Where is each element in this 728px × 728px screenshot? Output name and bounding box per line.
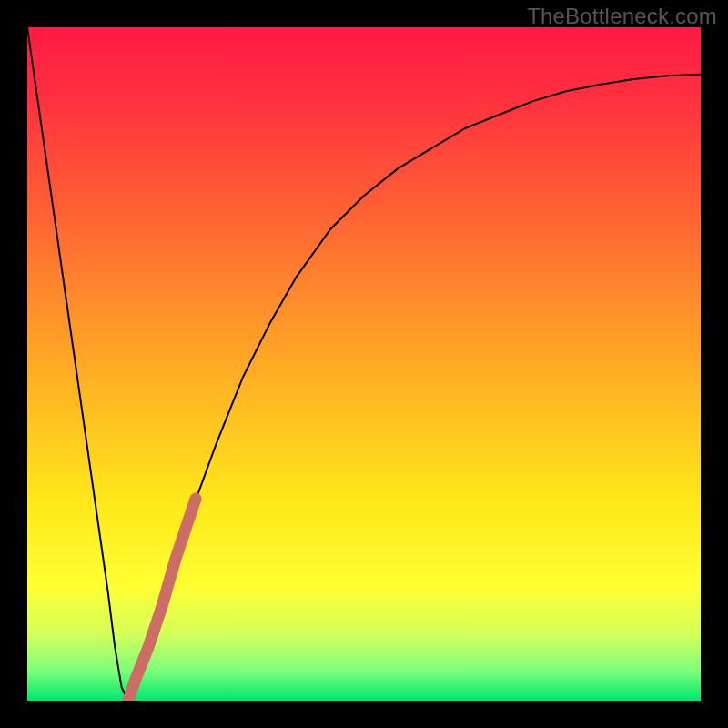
chart-frame: TheBottleneck.com — [0, 0, 728, 728]
plot-area — [27, 27, 701, 701]
bottleneck-curve — [27, 27, 701, 701]
watermark-text: TheBottleneck.com — [527, 4, 717, 29]
curves-layer — [27, 27, 701, 701]
highlight-segment — [128, 499, 196, 701]
